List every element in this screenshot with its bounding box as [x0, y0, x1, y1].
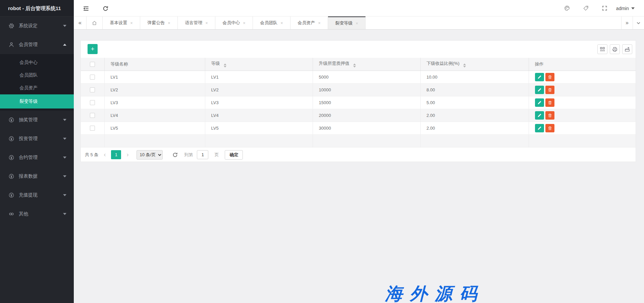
delete-button[interactable]: [545, 73, 554, 81]
cell-level-name: LV5: [104, 122, 205, 134]
tab-popup-notice[interactable]: 弹窗公告 ×: [140, 16, 178, 29]
close-icon[interactable]: ×: [318, 20, 321, 26]
close-icon[interactable]: ×: [280, 20, 283, 26]
next-page-button[interactable]: ›: [123, 151, 132, 158]
goto-page-input[interactable]: [197, 150, 208, 159]
sidebar-item-label: 报表数据: [19, 173, 38, 179]
sidebar-item-member-team[interactable]: 会员团队: [0, 69, 74, 82]
cell-ratio: 8.00: [420, 83, 529, 96]
refresh-icon[interactable]: [172, 152, 178, 158]
table-row: LV2 LV2 10000 8.00: [81, 83, 636, 96]
page-size-select[interactable]: 10 条/页: [137, 150, 163, 160]
export-icon[interactable]: [622, 44, 632, 54]
fullscreen-icon[interactable]: [595, 0, 614, 16]
columns-icon[interactable]: [597, 44, 607, 54]
user-menu[interactable]: admin: [614, 0, 644, 16]
sidebar-item-investment-management[interactable]: 投资管理: [0, 129, 74, 148]
sidebar-item-contract-management[interactable]: 合约管理: [0, 148, 74, 167]
sidebar-item-member-management[interactable]: 会员管理: [0, 35, 74, 54]
confirm-button[interactable]: 确定: [225, 150, 243, 160]
cell-ratio: 2.00: [420, 122, 529, 134]
row-checkbox[interactable]: [90, 100, 95, 105]
page-number-active[interactable]: 1: [111, 150, 121, 159]
sidebar-item-fission-level-active[interactable]: 裂变等级: [0, 94, 74, 109]
col-level-name[interactable]: 等级名称: [104, 58, 205, 71]
tab-language-management[interactable]: 语言管理 ×: [178, 16, 215, 29]
close-icon[interactable]: ×: [130, 20, 133, 26]
print-icon[interactable]: [610, 44, 620, 54]
chevron-down-icon: [63, 119, 66, 121]
col-ratio[interactable]: 下级收益比例(%): [420, 58, 529, 71]
edit-button[interactable]: [535, 98, 544, 107]
sidebar-item-lottery-management[interactable]: 抽奖管理: [0, 111, 74, 129]
edit-button[interactable]: [535, 73, 544, 81]
topbar: admin: [74, 0, 644, 16]
close-icon[interactable]: ×: [356, 21, 358, 26]
cell-level-name: LV2: [104, 83, 205, 96]
sidebar-item-member-center[interactable]: 会员中心: [0, 56, 74, 69]
row-checkbox[interactable]: [90, 75, 95, 80]
tab-label: 基本设置: [110, 20, 127, 26]
delete-button[interactable]: [545, 124, 554, 132]
tabs-scroll-left-button[interactable]: «: [74, 16, 87, 29]
col-level[interactable]: 等级: [205, 58, 313, 71]
palette-icon[interactable]: [558, 0, 577, 16]
sidebar-item-label: 充值提现: [19, 192, 38, 198]
col-pledge[interactable]: 升级所需质押值: [313, 58, 420, 71]
edit-button[interactable]: [535, 124, 544, 132]
column-label: 操作: [535, 61, 544, 67]
chevron-down-icon: [63, 213, 66, 215]
sort-icon[interactable]: [224, 63, 226, 68]
link-icon: [8, 211, 15, 217]
close-icon[interactable]: ×: [205, 20, 208, 26]
cell-pledge: 30000: [313, 122, 420, 134]
table-header-row: 等级名称 等级 升级所需质押值 下级收益比例(%): [81, 58, 636, 71]
sidebar-item-label: 抽奖管理: [19, 117, 38, 123]
table-row: LV5 LV5 30000 2.00: [81, 122, 636, 134]
user-icon: [8, 41, 15, 48]
sidebar-item-member-assets[interactable]: 会员资产: [0, 82, 74, 94]
edit-button[interactable]: [535, 86, 544, 94]
select-all-checkbox[interactable]: [90, 62, 95, 67]
delete-button[interactable]: [545, 98, 554, 107]
pagination: 共 5 条 ‹ 1 › 10 条/页 到第 页 确定: [81, 147, 636, 162]
table-card: +: [80, 40, 636, 162]
yen-circle-icon: [8, 154, 15, 161]
row-checkbox[interactable]: [90, 113, 95, 118]
tab-member-team[interactable]: 会员团队 ×: [253, 16, 290, 29]
sort-icon[interactable]: [463, 63, 466, 68]
tag-icon[interactable]: [577, 0, 595, 16]
collapse-menu-icon[interactable]: [82, 5, 90, 12]
close-icon[interactable]: ×: [243, 20, 246, 26]
edit-button[interactable]: [535, 111, 544, 120]
close-icon[interactable]: ×: [168, 20, 170, 26]
delete-button[interactable]: [545, 86, 554, 94]
sidebar-item-system-settings[interactable]: 系统设定: [0, 16, 74, 35]
prev-page-button[interactable]: ‹: [100, 151, 109, 158]
row-checkbox[interactable]: [90, 126, 95, 131]
gear-icon: [8, 23, 15, 29]
tabs-scroll-right-button[interactable]: »: [621, 16, 633, 29]
refresh-icon[interactable]: [102, 5, 109, 12]
sort-icon[interactable]: [353, 63, 356, 68]
sidebar-item-recharge-withdraw[interactable]: 充值提现: [0, 186, 74, 205]
column-label: 等级名称: [111, 61, 128, 67]
user-name: admin: [616, 6, 629, 11]
tab-list-dropdown-button[interactable]: [633, 16, 644, 29]
cell-pledge: 20000: [313, 109, 420, 122]
cell-ratio: 5.00: [420, 96, 529, 109]
tab-basic-settings[interactable]: 基本设置 ×: [103, 16, 140, 29]
tab-member-center[interactable]: 会员中心 ×: [215, 16, 253, 29]
tab-fission-level-active[interactable]: 裂变等级 ×: [328, 16, 366, 29]
sidebar-item-report-data[interactable]: 报表数据: [0, 167, 74, 186]
tabbar: « 基本设置 × 弹窗公告 × 语言管理 × 会员中心 × 会员团队 × 会员资…: [74, 16, 644, 30]
sidebar-item-other[interactable]: 其他: [0, 205, 74, 223]
add-button[interactable]: +: [88, 44, 98, 54]
sidebar-item-label: 合约管理: [19, 155, 38, 161]
delete-button[interactable]: [545, 111, 554, 120]
home-icon[interactable]: [87, 16, 103, 29]
member-submenu: 会员中心 会员团队 会员资产 裂变等级: [0, 54, 74, 111]
chevron-down-icon: [63, 194, 66, 196]
tab-member-assets[interactable]: 会员资产 ×: [290, 16, 328, 29]
row-checkbox[interactable]: [90, 87, 95, 92]
